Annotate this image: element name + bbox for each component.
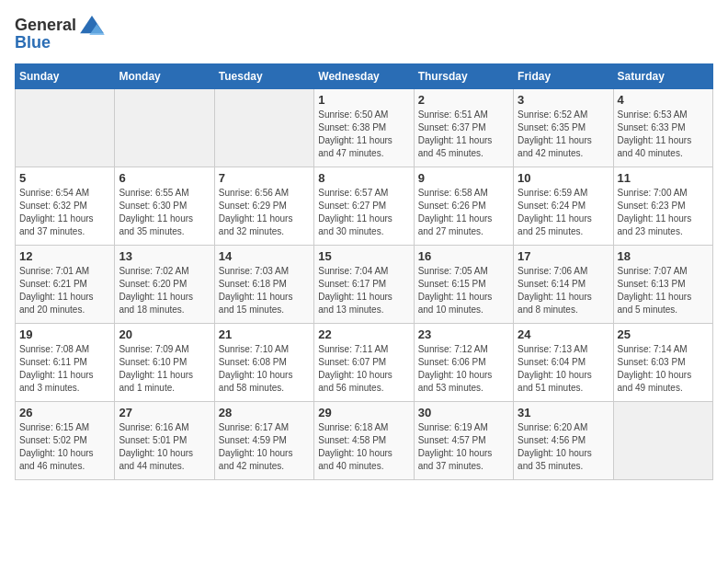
day-info: Sunrise: 6:56 AM Sunset: 6:29 PM Dayligh… bbox=[219, 187, 310, 238]
weekday-header: Monday bbox=[115, 64, 214, 89]
day-number: 28 bbox=[219, 406, 310, 419]
calendar-cell: 27Sunrise: 6:16 AM Sunset: 5:01 PM Dayli… bbox=[115, 402, 214, 480]
day-number: 21 bbox=[219, 327, 310, 341]
calendar-table: SundayMondayTuesdayWednesdayThursdayFrid… bbox=[15, 63, 713, 480]
day-info: Sunrise: 7:04 AM Sunset: 6:17 PM Dayligh… bbox=[318, 265, 409, 316]
calendar-week-row: 12Sunrise: 7:01 AM Sunset: 6:21 PM Dayli… bbox=[16, 246, 713, 324]
day-number: 14 bbox=[219, 249, 310, 263]
weekday-header: Tuesday bbox=[214, 64, 313, 89]
day-info: Sunrise: 6:50 AM Sunset: 6:38 PM Dayligh… bbox=[318, 109, 409, 160]
day-number: 16 bbox=[418, 249, 509, 263]
day-number: 6 bbox=[119, 171, 210, 185]
day-number: 19 bbox=[19, 327, 110, 341]
calendar-cell: 12Sunrise: 7:01 AM Sunset: 6:21 PM Dayli… bbox=[16, 246, 115, 324]
calendar-cell: 23Sunrise: 7:12 AM Sunset: 6:06 PM Dayli… bbox=[414, 324, 513, 402]
day-info: Sunrise: 7:13 AM Sunset: 6:04 PM Dayligh… bbox=[518, 343, 609, 395]
calendar-cell bbox=[115, 89, 214, 167]
calendar-cell: 17Sunrise: 7:06 AM Sunset: 6:14 PM Dayli… bbox=[514, 246, 613, 324]
calendar-cell: 19Sunrise: 7:08 AM Sunset: 6:11 PM Dayli… bbox=[16, 324, 115, 402]
day-number: 17 bbox=[518, 249, 609, 263]
calendar-cell: 3Sunrise: 6:52 AM Sunset: 6:35 PM Daylig… bbox=[514, 89, 613, 167]
weekday-header: Saturday bbox=[613, 64, 712, 89]
day-info: Sunrise: 7:14 AM Sunset: 6:03 PM Dayligh… bbox=[618, 343, 709, 395]
day-info: Sunrise: 6:58 AM Sunset: 6:26 PM Dayligh… bbox=[418, 187, 509, 238]
calendar-cell bbox=[16, 89, 115, 167]
calendar-cell: 31Sunrise: 6:20 AM Sunset: 4:56 PM Dayli… bbox=[514, 402, 613, 480]
day-info: Sunrise: 7:12 AM Sunset: 6:06 PM Dayligh… bbox=[418, 343, 509, 395]
calendar-cell: 14Sunrise: 7:03 AM Sunset: 6:18 PM Dayli… bbox=[214, 246, 313, 324]
day-info: Sunrise: 7:02 AM Sunset: 6:20 PM Dayligh… bbox=[119, 265, 210, 316]
day-info: Sunrise: 6:20 AM Sunset: 4:56 PM Dayligh… bbox=[518, 421, 609, 473]
logo: General Blue bbox=[15, 15, 105, 52]
day-number: 3 bbox=[518, 93, 609, 107]
weekday-header: Thursday bbox=[414, 64, 513, 89]
logo-general-text: General bbox=[15, 16, 76, 35]
calendar-cell bbox=[613, 402, 712, 480]
day-info: Sunrise: 6:55 AM Sunset: 6:30 PM Dayligh… bbox=[119, 187, 210, 238]
day-info: Sunrise: 6:53 AM Sunset: 6:33 PM Dayligh… bbox=[618, 109, 709, 160]
day-number: 7 bbox=[219, 171, 310, 185]
day-number: 4 bbox=[618, 93, 709, 107]
calendar-cell: 5Sunrise: 6:54 AM Sunset: 6:32 PM Daylig… bbox=[16, 167, 115, 246]
day-info: Sunrise: 6:19 AM Sunset: 4:57 PM Dayligh… bbox=[418, 421, 509, 473]
day-info: Sunrise: 6:59 AM Sunset: 6:24 PM Dayligh… bbox=[518, 187, 609, 238]
calendar-cell: 24Sunrise: 7:13 AM Sunset: 6:04 PM Dayli… bbox=[514, 324, 613, 402]
day-info: Sunrise: 6:18 AM Sunset: 4:58 PM Dayligh… bbox=[318, 421, 409, 473]
calendar-cell: 20Sunrise: 7:09 AM Sunset: 6:10 PM Dayli… bbox=[115, 324, 214, 402]
day-info: Sunrise: 7:11 AM Sunset: 6:07 PM Dayligh… bbox=[318, 343, 409, 395]
day-number: 8 bbox=[318, 171, 409, 185]
calendar-cell: 2Sunrise: 6:51 AM Sunset: 6:37 PM Daylig… bbox=[414, 89, 513, 167]
day-number: 1 bbox=[318, 93, 409, 107]
day-info: Sunrise: 7:09 AM Sunset: 6:10 PM Dayligh… bbox=[119, 343, 210, 395]
logo-blue-text: Blue bbox=[15, 33, 51, 52]
calendar-cell bbox=[214, 89, 313, 167]
day-info: Sunrise: 6:51 AM Sunset: 6:37 PM Dayligh… bbox=[418, 109, 509, 160]
calendar-week-row: 26Sunrise: 6:15 AM Sunset: 5:02 PM Dayli… bbox=[16, 402, 713, 480]
calendar-cell: 1Sunrise: 6:50 AM Sunset: 6:38 PM Daylig… bbox=[314, 89, 414, 167]
calendar-cell: 4Sunrise: 6:53 AM Sunset: 6:33 PM Daylig… bbox=[613, 89, 712, 167]
day-info: Sunrise: 6:16 AM Sunset: 5:01 PM Dayligh… bbox=[119, 421, 210, 473]
calendar-cell: 7Sunrise: 6:56 AM Sunset: 6:29 PM Daylig… bbox=[214, 167, 313, 246]
day-number: 24 bbox=[518, 327, 609, 341]
day-info: Sunrise: 6:15 AM Sunset: 5:02 PM Dayligh… bbox=[19, 421, 110, 473]
calendar-cell: 25Sunrise: 7:14 AM Sunset: 6:03 PM Dayli… bbox=[613, 324, 712, 402]
page-header: General Blue bbox=[15, 15, 713, 52]
weekday-header: Sunday bbox=[16, 64, 115, 89]
day-number: 11 bbox=[618, 171, 709, 185]
calendar-cell: 13Sunrise: 7:02 AM Sunset: 6:20 PM Dayli… bbox=[115, 246, 214, 324]
day-number: 25 bbox=[618, 327, 709, 341]
calendar-cell: 30Sunrise: 6:19 AM Sunset: 4:57 PM Dayli… bbox=[414, 402, 513, 480]
day-info: Sunrise: 7:05 AM Sunset: 6:15 PM Dayligh… bbox=[418, 265, 509, 316]
day-number: 18 bbox=[618, 249, 709, 263]
calendar-cell: 29Sunrise: 6:18 AM Sunset: 4:58 PM Dayli… bbox=[314, 402, 414, 480]
calendar-cell: 9Sunrise: 6:58 AM Sunset: 6:26 PM Daylig… bbox=[414, 167, 513, 246]
calendar-week-row: 19Sunrise: 7:08 AM Sunset: 6:11 PM Dayli… bbox=[16, 324, 713, 402]
day-number: 26 bbox=[19, 406, 110, 419]
calendar-cell: 18Sunrise: 7:07 AM Sunset: 6:13 PM Dayli… bbox=[613, 246, 712, 324]
day-number: 10 bbox=[518, 171, 609, 185]
day-info: Sunrise: 7:07 AM Sunset: 6:13 PM Dayligh… bbox=[618, 265, 709, 316]
day-number: 5 bbox=[19, 171, 110, 185]
calendar-cell: 10Sunrise: 6:59 AM Sunset: 6:24 PM Dayli… bbox=[514, 167, 613, 246]
calendar-header-row: SundayMondayTuesdayWednesdayThursdayFrid… bbox=[16, 64, 713, 89]
day-info: Sunrise: 6:54 AM Sunset: 6:32 PM Dayligh… bbox=[19, 187, 110, 238]
day-info: Sunrise: 7:01 AM Sunset: 6:21 PM Dayligh… bbox=[19, 265, 110, 316]
calendar-cell: 11Sunrise: 7:00 AM Sunset: 6:23 PM Dayli… bbox=[613, 167, 712, 246]
calendar-cell: 16Sunrise: 7:05 AM Sunset: 6:15 PM Dayli… bbox=[414, 246, 513, 324]
day-number: 23 bbox=[418, 327, 509, 341]
calendar-cell: 15Sunrise: 7:04 AM Sunset: 6:17 PM Dayli… bbox=[314, 246, 414, 324]
day-info: Sunrise: 7:10 AM Sunset: 6:08 PM Dayligh… bbox=[219, 343, 310, 395]
calendar-cell: 8Sunrise: 6:57 AM Sunset: 6:27 PM Daylig… bbox=[314, 167, 414, 246]
day-info: Sunrise: 7:00 AM Sunset: 6:23 PM Dayligh… bbox=[618, 187, 709, 238]
calendar-cell: 6Sunrise: 6:55 AM Sunset: 6:30 PM Daylig… bbox=[115, 167, 214, 246]
day-number: 13 bbox=[119, 249, 210, 263]
day-info: Sunrise: 7:03 AM Sunset: 6:18 PM Dayligh… bbox=[219, 265, 310, 316]
calendar-week-row: 5Sunrise: 6:54 AM Sunset: 6:32 PM Daylig… bbox=[16, 167, 713, 246]
calendar-cell: 26Sunrise: 6:15 AM Sunset: 5:02 PM Dayli… bbox=[16, 402, 115, 480]
day-info: Sunrise: 7:08 AM Sunset: 6:11 PM Dayligh… bbox=[19, 343, 110, 395]
calendar-cell: 28Sunrise: 6:17 AM Sunset: 4:59 PM Dayli… bbox=[214, 402, 313, 480]
calendar-cell: 22Sunrise: 7:11 AM Sunset: 6:07 PM Dayli… bbox=[314, 324, 414, 402]
day-number: 9 bbox=[418, 171, 509, 185]
day-number: 27 bbox=[119, 406, 210, 419]
weekday-header: Friday bbox=[514, 64, 613, 89]
